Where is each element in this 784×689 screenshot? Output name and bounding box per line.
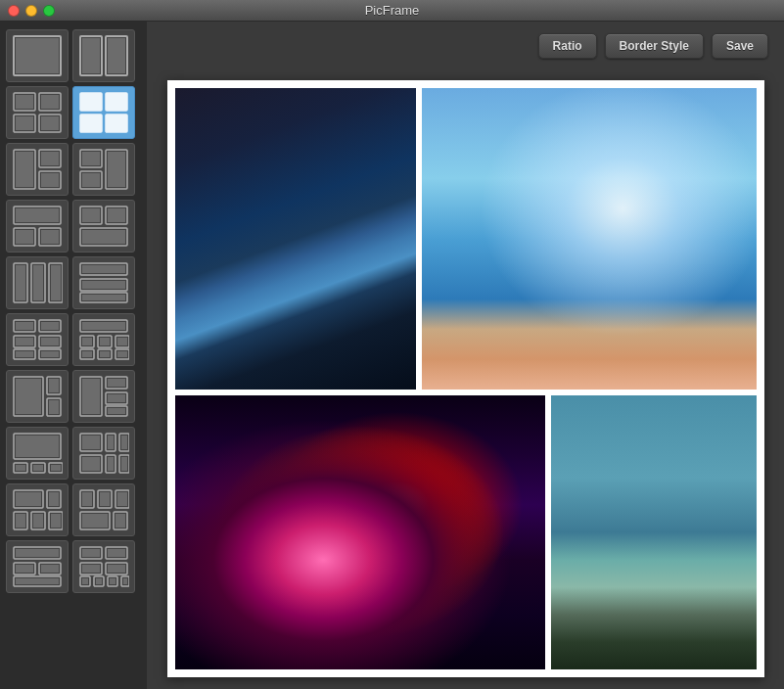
svg-rect-121	[33, 514, 43, 528]
svg-rect-11	[16, 116, 33, 130]
layout-btn-16[interactable]	[72, 427, 135, 480]
svg-rect-109	[82, 457, 100, 471]
layout-btn-20[interactable]	[72, 540, 135, 593]
frame-row-bottom	[175, 395, 757, 669]
svg-rect-119	[16, 514, 25, 528]
layout-btn-13[interactable]	[6, 370, 69, 423]
photo-cell-2[interactable]	[422, 88, 757, 390]
layout-row-1	[6, 86, 141, 139]
svg-rect-115	[16, 492, 41, 506]
save-button[interactable]: Save	[712, 33, 768, 59]
layout-btn-12[interactable]	[72, 313, 135, 366]
svg-rect-23	[41, 173, 59, 187]
svg-rect-117	[49, 492, 59, 506]
svg-rect-55	[16, 322, 33, 330]
layout-row-6	[6, 370, 141, 423]
svg-rect-73	[117, 338, 127, 345]
layout-btn-3[interactable]	[6, 86, 69, 139]
svg-rect-59	[16, 338, 33, 345]
layout-btn-2[interactable]	[72, 29, 135, 82]
svg-rect-151	[82, 578, 88, 584]
svg-rect-37	[82, 208, 100, 222]
layout-row-8	[6, 483, 141, 536]
layout-row-2	[6, 143, 141, 196]
svg-rect-81	[16, 379, 41, 414]
svg-rect-93	[108, 408, 125, 414]
border-style-button[interactable]: Border Style	[605, 33, 704, 59]
layout-row-9	[6, 540, 141, 593]
svg-rect-69	[82, 338, 92, 345]
svg-rect-127	[100, 492, 110, 506]
sidebar	[0, 22, 147, 689]
close-button[interactable]	[8, 5, 20, 17]
photo-cell-1[interactable]	[175, 88, 416, 390]
minimize-button[interactable]	[25, 5, 37, 17]
window-controls	[8, 5, 55, 17]
svg-rect-95	[16, 436, 59, 457]
title-bar: PicFrame	[0, 0, 784, 22]
layout-btn-18[interactable]	[72, 483, 135, 536]
svg-rect-13	[41, 116, 59, 130]
right-panel: Ratio Border Style Save	[147, 22, 784, 689]
photo-frame	[167, 80, 764, 677]
svg-rect-27	[108, 152, 125, 187]
layout-btn-7[interactable]	[6, 200, 69, 253]
svg-rect-17	[106, 115, 127, 132]
svg-rect-41	[82, 230, 125, 244]
svg-rect-137	[16, 565, 33, 573]
svg-rect-113	[121, 457, 127, 471]
svg-rect-63	[16, 351, 33, 357]
layout-row-7	[6, 427, 141, 480]
svg-rect-21	[41, 152, 59, 165]
svg-rect-153	[96, 578, 102, 584]
layout-btn-10[interactable]	[72, 256, 135, 309]
layout-btn-9[interactable]	[6, 256, 69, 309]
layout-btn-11[interactable]	[6, 313, 69, 366]
ratio-button[interactable]: Ratio	[538, 33, 597, 59]
layout-row-5	[6, 313, 141, 366]
svg-rect-9	[41, 95, 59, 109]
svg-rect-3	[82, 38, 100, 73]
layout-btn-8[interactable]	[72, 200, 135, 253]
photo-cell-4[interactable]	[551, 395, 757, 669]
layout-row-4	[6, 256, 141, 309]
layout-btn-1[interactable]	[6, 29, 69, 82]
svg-rect-139	[41, 565, 59, 573]
svg-rect-19	[16, 152, 33, 187]
canvas-area	[147, 70, 784, 689]
svg-rect-133	[115, 514, 125, 528]
layout-btn-15[interactable]	[6, 427, 69, 480]
svg-rect-35	[41, 230, 59, 244]
svg-rect-65	[41, 351, 59, 357]
svg-rect-75	[82, 351, 92, 357]
layout-btn-5[interactable]	[6, 143, 69, 196]
svg-rect-157	[123, 578, 127, 584]
maximize-button[interactable]	[43, 5, 55, 17]
layout-btn-4[interactable]	[72, 86, 135, 139]
layout-btn-14[interactable]	[72, 370, 135, 423]
svg-rect-67	[82, 322, 125, 330]
svg-rect-103	[82, 436, 100, 449]
svg-rect-25	[82, 152, 100, 165]
svg-rect-7	[16, 95, 33, 109]
layout-btn-17[interactable]	[6, 483, 69, 536]
svg-rect-51	[82, 281, 125, 289]
svg-rect-99	[33, 465, 43, 471]
svg-rect-105	[108, 436, 114, 449]
layout-btn-19[interactable]	[6, 540, 69, 593]
svg-rect-107	[121, 436, 127, 449]
svg-rect-71	[100, 338, 110, 345]
svg-rect-131	[82, 514, 108, 528]
svg-rect-77	[100, 351, 110, 357]
layout-row-3	[6, 200, 141, 253]
svg-rect-45	[33, 265, 43, 300]
layout-btn-6[interactable]	[72, 143, 135, 196]
svg-rect-16	[80, 115, 102, 132]
frame-row-top	[175, 88, 757, 390]
svg-rect-149	[108, 565, 125, 573]
svg-rect-89	[108, 379, 125, 387]
photo-cell-3[interactable]	[175, 395, 545, 669]
svg-rect-49	[82, 265, 125, 273]
svg-rect-79	[117, 351, 127, 357]
app-body: Ratio Border Style Save	[0, 22, 784, 689]
